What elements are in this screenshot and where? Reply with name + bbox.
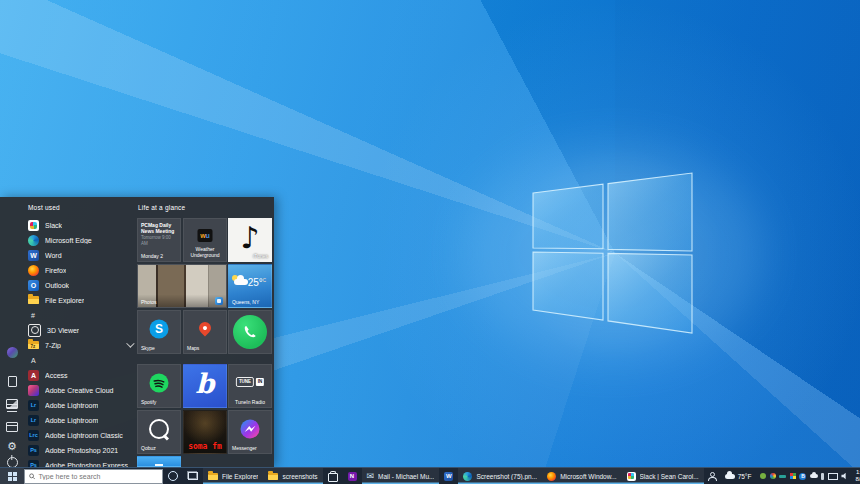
photos-app-icon: [215, 297, 223, 305]
taskbar-app-onenote[interactable]: N: [343, 468, 362, 484]
tile-weather[interactable]: 25°C Queens, NY: [228, 264, 272, 308]
mail-envelope-icon: ✉: [367, 472, 375, 481]
app-item-7zip[interactable]: 7z 7-Zip: [28, 338, 132, 353]
taskbar-app-slack[interactable]: Slack | Sean Carol...: [622, 468, 704, 484]
bluetooth-icon[interactable]: B: [799, 473, 806, 480]
taskbar-app-microsoft-store[interactable]: [323, 468, 343, 484]
search-icon: [29, 473, 35, 480]
3d-viewer-icon: [28, 324, 41, 337]
search-input[interactable]: [38, 473, 158, 480]
tile-label: TuneIn Radio: [229, 400, 271, 406]
news-and-interests[interactable]: 75°F: [720, 468, 757, 484]
onenote-icon: N: [348, 472, 357, 481]
tray-creative-cloud-icon[interactable]: [770, 473, 776, 479]
messenger-icon: [241, 419, 260, 438]
lightroom-icon: Lr: [28, 400, 39, 411]
tile-photos[interactable]: Photos: [137, 264, 227, 308]
cortana-button[interactable]: [163, 468, 183, 484]
photoshop-icon: Ps: [28, 445, 39, 456]
tile-itunes[interactable]: ♪ iTunes: [228, 218, 272, 262]
taskbar-clock[interactable]: 1:13 PM 8/2/2021: [852, 468, 860, 484]
tiles-group-header: Life at a glance: [138, 204, 185, 211]
documents-button[interactable]: [5, 374, 19, 388]
chevron-down-icon[interactable]: [126, 339, 134, 347]
edge-icon: [28, 235, 39, 246]
app-item-3d-viewer[interactable]: 3D Viewer: [28, 323, 132, 338]
tunein-logo: TUNE IN: [236, 377, 264, 387]
app-item-word[interactable]: W Word: [28, 248, 132, 263]
tile-label: Weather Underground: [184, 247, 226, 258]
pictures-icon: [6, 399, 18, 409]
folder-icon: [28, 296, 39, 304]
file-explorer-rail-button[interactable]: [5, 420, 19, 434]
windows-desktop: ⚙ Most used Slack Microsoft Edge W Word …: [0, 0, 860, 484]
app-item-adobe-photoshop-express[interactable]: Ps Adobe Photoshop Express: [28, 458, 132, 468]
tray-windows-security-icon[interactable]: [790, 473, 796, 479]
tile-skype[interactable]: S Skype: [137, 310, 181, 354]
taskbar-app-mail[interactable]: ✉ Mail - Michael Mu...: [362, 468, 440, 484]
app-item-outlook[interactable]: O Outlook: [28, 278, 132, 293]
pictures-button[interactable]: [5, 397, 19, 411]
weather-underground-icon: wu: [198, 229, 213, 242]
windows-start-icon: [8, 472, 17, 481]
power-button[interactable]: [5, 455, 19, 467]
whatsapp-icon: [233, 315, 267, 349]
app-item-firefox[interactable]: Firefox: [28, 263, 132, 278]
app-item-adobe-creative-cloud[interactable]: Adobe Creative Cloud: [28, 383, 132, 398]
tile-maps[interactable]: Maps: [183, 310, 227, 354]
tile-weather-underground[interactable]: wu Weather Underground: [183, 218, 227, 262]
tile-partial-bottom[interactable]: [137, 456, 181, 467]
onedrive-icon[interactable]: [810, 474, 818, 478]
file-explorer-icon: [6, 422, 18, 432]
taskbar-app-word[interactable]: W: [439, 468, 458, 484]
app-item-adobe-lightroom-classic[interactable]: Lrc Adobe Lightroom Classic: [28, 428, 132, 443]
tile-label: Maps: [187, 345, 199, 351]
people-button[interactable]: [704, 468, 720, 484]
network-display-icon[interactable]: [828, 473, 838, 480]
taskbar-temperature: 75°F: [738, 473, 752, 480]
tile-label: Spotify: [141, 399, 156, 405]
system-tray: B: [756, 468, 852, 484]
taskbar-app-firefox[interactable]: Microsoft Window...: [542, 468, 621, 484]
somafm-logo-text: soma fm: [184, 442, 226, 451]
tile-calendar[interactable]: PCMag Daily News Meeting Tomorrow 9:00 A…: [137, 218, 181, 262]
start-button[interactable]: [0, 468, 24, 484]
tile-label: Photos: [141, 299, 157, 305]
logo-pane-top-left: [533, 184, 603, 249]
app-item-adobe-lightroom[interactable]: Lr Adobe Lightroom: [28, 398, 132, 413]
section-header-hash[interactable]: #: [28, 308, 132, 323]
taskbar-app-screenshots-folder[interactable]: screenshots: [263, 468, 322, 484]
tile-label: Skype: [141, 345, 155, 351]
app-item-adobe-photoshop-2021[interactable]: Ps Adobe Photoshop 2021: [28, 443, 132, 458]
app-item-access[interactable]: A Access: [28, 368, 132, 383]
tray-teal-app-icon[interactable]: [779, 475, 786, 478]
calendar-event-title: PCMag Daily News Meeting: [138, 219, 180, 234]
tile-whatsapp[interactable]: [228, 310, 272, 354]
section-header-a[interactable]: A: [28, 353, 132, 368]
user-account-button[interactable]: [5, 345, 19, 359]
outlook-icon: O: [28, 280, 39, 291]
app-item-file-explorer[interactable]: File Explorer: [28, 293, 132, 308]
cortana-icon: [168, 471, 178, 481]
app-item-adobe-lightroom-2[interactable]: Lr Adobe Lightroom: [28, 413, 132, 428]
speaker-icon[interactable]: [841, 473, 848, 480]
tile-qobuz[interactable]: Qobuz: [137, 410, 181, 454]
app-item-slack[interactable]: Slack: [28, 218, 132, 233]
task-view-button[interactable]: [183, 468, 203, 484]
tile-bandcamp[interactable]: b: [183, 364, 227, 408]
taskbar-app-file-explorer[interactable]: File Explorer: [203, 468, 263, 484]
tile-somafm[interactable]: soma fm: [183, 410, 227, 454]
taskbar-search[interactable]: [24, 469, 163, 484]
app-item-microsoft-edge[interactable]: Microsoft Edge: [28, 233, 132, 248]
power-icon: [7, 457, 18, 468]
clock-time: 1:13 PM: [856, 469, 860, 476]
tile-tunein[interactable]: TUNE IN TuneIn Radio: [228, 364, 272, 408]
calendar-day: Monday 2: [141, 253, 163, 259]
tile-label: Qobuz: [141, 445, 156, 451]
taskbar-app-edge[interactable]: Screenshot (75).pn...: [458, 468, 542, 484]
tile-spotify[interactable]: Spotify: [137, 364, 181, 408]
settings-button[interactable]: ⚙: [5, 439, 19, 453]
tray-green-status-icon[interactable]: [760, 473, 766, 479]
tile-messenger[interactable]: Messenger: [228, 410, 272, 454]
usb-device-icon[interactable]: [821, 473, 824, 480]
